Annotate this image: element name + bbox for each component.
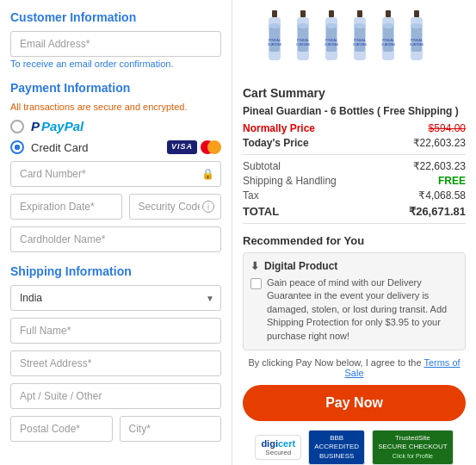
todays-price-label: Today's Price [243,137,309,149]
card-number-field[interactable] [10,161,221,187]
svg-point-33 [411,23,423,28]
trust-badges: digicert Secured BBBACCREDITEDBUSINESS T… [243,430,466,465]
total-value: ₹26,671.81 [409,205,466,218]
bbb-badge: BBBACCREDITEDBUSINESS [308,430,365,465]
recommended-section: Recommended for You ⬇ Digital Product Ga… [243,234,466,350]
terms-text: By clicking Pay Now below, I agree to th… [248,357,421,368]
payment-section: Payment Information All transactions are… [10,81,221,252]
svg-point-15 [325,23,337,28]
svg-text:PINEAL: PINEAL [381,38,394,42]
card-details-group: i [10,194,221,220]
todays-price-row: Today's Price ₹22,603.23 [243,137,466,149]
digital-product-box: ⬇ Digital Product Gain peace of mind wit… [243,252,466,350]
svg-rect-0 [272,10,277,17]
svg-text:PINEAL: PINEAL [296,38,309,42]
cardholder-group [10,226,221,252]
card-number-group: 🔒 [10,161,221,187]
shipping-value: FREE [438,175,466,187]
svg-rect-30 [414,10,419,17]
email-field[interactable] [10,31,221,57]
postal-city-group [10,416,221,442]
street-field[interactable] [10,350,221,376]
normally-price-row: Normally Price $594.00 [243,122,466,134]
svg-text:GUARDIAN: GUARDIAN [296,43,310,46]
svg-text:GUARDIAN: GUARDIAN [268,43,281,46]
svg-rect-6 [300,10,306,17]
payment-subtitle: All transactions are secure and encrypte… [10,102,221,112]
country-select[interactable]: India United States [10,285,221,311]
product-name: Pineal Guardian - 6 Bottles ( Free Shipp… [243,105,466,117]
svg-text:PINEAL: PINEAL [410,38,423,42]
subtotal-value: ₹22,603.23 [413,160,466,172]
divider-1 [243,154,466,155]
digicert-text: digicert [261,438,295,449]
delivery-guarantee-checkbox[interactable] [250,278,262,289]
shipping-label: Shipping & Handling [243,175,337,187]
svg-rect-12 [329,10,334,17]
country-group: India United States ▼ [10,285,221,311]
svg-rect-18 [357,10,362,17]
svg-point-9 [297,23,309,28]
fullname-group [10,318,221,344]
terms-row: By clicking Pay Now below, I agree to th… [243,357,466,378]
right-column: PINEAL GUARDIAN PINEAL GUARDIAN [232,0,476,465]
svg-text:GUARDIAN: GUARDIAN [353,43,367,46]
todays-price-value: ₹22,603.23 [413,137,466,149]
svg-text:GUARDIAN: GUARDIAN [381,43,395,46]
fullname-field[interactable] [10,318,221,344]
svg-text:PINEAL: PINEAL [325,38,337,42]
paypal-option[interactable]: P PayPal [10,119,221,133]
apt-group [10,383,221,409]
svg-text:PINEAL: PINEAL [353,38,366,42]
digital-product-label: Digital Product [264,260,337,272]
product-images: PINEAL GUARDIAN PINEAL GUARDIAN [243,9,466,78]
left-column: Customer Information To receive an email… [0,0,232,465]
mastercard-icon [201,140,221,154]
svg-point-3 [269,23,281,28]
recommended-title: Recommended for You [243,234,466,247]
normally-price-value: $594.00 [429,122,466,134]
pay-now-button[interactable]: Pay Now [243,385,466,421]
tax-row: Tax ₹4,068.58 [243,189,466,202]
svg-point-21 [354,23,366,28]
apt-field[interactable] [10,383,221,409]
lock-icon: 🔒 [201,168,214,180]
shipping-title: Shipping Information [10,264,221,278]
shipping-section: Shipping Information India United States… [10,264,221,442]
card-icons: VISA [167,140,221,154]
subtotal-row: Subtotal ₹22,603.23 [243,160,466,172]
digital-product-header: ⬇ Digital Product [250,260,458,272]
shipping-row: Shipping & Handling FREE [243,175,466,187]
subtotal-label: Subtotal [243,160,281,172]
normally-price-label: Normally Price [243,122,315,134]
cardholder-field[interactable] [10,226,221,252]
postal-field[interactable] [10,416,113,442]
credit-card-radio[interactable] [10,140,24,154]
tax-label: Tax [243,189,259,202]
svg-text:PINEAL: PINEAL [268,38,281,42]
svg-text:GUARDIAN: GUARDIAN [410,43,423,46]
city-field[interactable] [120,416,222,442]
cart-summary-title: Cart Summary [243,86,466,100]
email-confirm-text: To receive an email order confirmation. [10,59,221,69]
info-icon: i [202,201,214,213]
credit-card-option[interactable]: Credit Card VISA [10,140,221,154]
total-row: TOTAL ₹26,671.81 [243,205,466,218]
svg-text:GUARDIAN: GUARDIAN [325,43,338,46]
visa-icon: VISA [167,140,197,154]
payment-title: Payment Information [10,81,221,95]
divider-2 [243,223,466,224]
expiration-field[interactable] [10,194,122,220]
email-group: To receive an email order confirmation. [10,31,221,69]
street-group [10,350,221,376]
svg-rect-24 [386,10,391,17]
security-group: i [129,194,222,220]
digital-product-body: Gain peace of mind with our Delivery Gua… [250,276,458,343]
product-bottles-image: PINEAL GUARDIAN PINEAL GUARDIAN [251,9,458,78]
digital-product-text: Gain peace of mind with our Delivery Gua… [267,276,458,343]
total-label: TOTAL [243,205,279,218]
paypal-radio[interactable] [10,120,24,133]
svg-point-27 [382,23,394,28]
trusted-site-badge: TrustedSiteSECURE CHECKOUTClick for Prof… [372,430,453,465]
tax-value: ₹4,068.58 [418,189,466,202]
